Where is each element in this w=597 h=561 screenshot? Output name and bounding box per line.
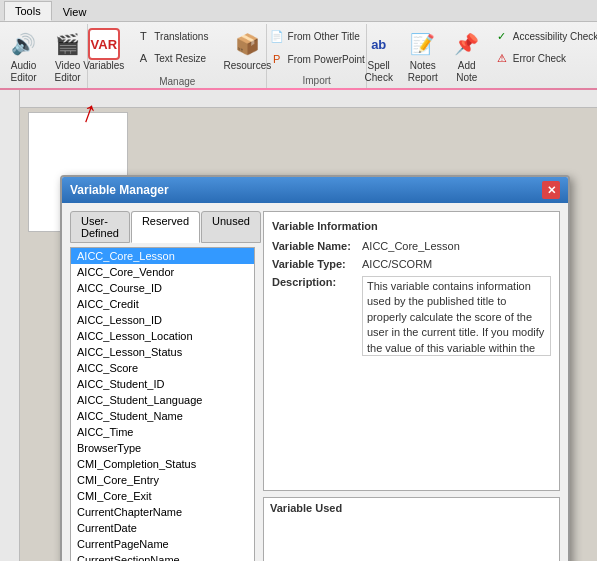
variable-desc-label: Description: [272,276,362,356]
audio-editor-label: AudioEditor [11,60,37,84]
accessibility-check-label: Accessibility Check [513,31,597,42]
tab-reserved[interactable]: Reserved [131,211,200,243]
spell-check-label: SpellCheck [365,60,393,84]
ribbon-group-edit: 🔊 AudioEditor 🎬 VideoEditor Edit [4,24,88,88]
variable-name-row: Variable Name: AICC_Core_Lesson [272,240,551,252]
variable-list[interactable]: AICC_Core_Lesson AICC_Core_Vendor AICC_C… [70,247,255,561]
ribbon-group-review: ab SpellCheck 📝 NotesReport 📌 Add Note ✓… [367,24,593,88]
error-check-label: Error Check [513,53,566,64]
variable-used-section: Variable Used [263,497,560,561]
dialog-close-button[interactable]: ✕ [542,181,560,199]
resources-label: Resources [223,60,271,72]
ribbon-content: 🔊 AudioEditor 🎬 VideoEditor Edit VAR Var… [0,22,597,90]
variables-button[interactable]: VAR Variables [79,26,128,74]
variables-icon: VAR [88,28,120,60]
text-resize-button[interactable]: A Text Resize [132,48,211,68]
from-other-title-button[interactable]: 📄 From Other Title [266,26,368,46]
dialog-body: User-Defined Reserved Unused AICC_Core_L… [62,203,568,561]
dialog-tabs-bar: User-Defined Reserved Unused [70,211,255,243]
variable-type-label: Variable Type: [272,258,362,270]
translations-label: Translations [154,31,208,42]
list-item[interactable]: AICC_Time [71,424,254,440]
right-panel: Variable Information Variable Name: AICC… [263,211,560,561]
variable-info-title: Variable Information [272,220,551,232]
add-note-button[interactable]: 📌 Add Note [447,26,487,86]
list-item[interactable]: CMI_Core_Entry [71,472,254,488]
list-item[interactable]: CurrentChapterName [71,504,254,520]
ribbon-tab-view[interactable]: View [52,2,98,21]
ribbon-tab-tools[interactable]: Tools [4,1,52,21]
list-item[interactable]: AICC_Course_ID [71,280,254,296]
variable-desc-row: Description: This variable contains info… [272,276,551,356]
notes-report-label: NotesReport [408,60,438,84]
add-note-icon: 📌 [451,28,483,60]
variable-info-section: Variable Information Variable Name: AICC… [263,211,560,491]
translations-icon: T [135,28,151,44]
dialog-titlebar: Variable Manager ✕ [62,177,568,203]
from-other-title-label: From Other Title [288,31,360,42]
notes-report-button[interactable]: 📝 NotesReport [403,26,443,86]
spell-check-button[interactable]: ab SpellCheck [359,26,399,86]
list-item[interactable]: AICC_Credit [71,296,254,312]
error-check-button[interactable]: ⚠ Error Check [491,48,597,68]
variable-type-value: AICC/SCORM [362,258,551,270]
list-item[interactable]: CurrentPageName [71,536,254,552]
list-item[interactable]: AICC_Core_Lesson [71,248,254,264]
ribbon-group-import: 📄 From Other Title P From PowerPoint Imp… [267,24,367,88]
spell-check-icon: ab [363,28,395,60]
ribbon: Tools View 🔊 AudioEditor 🎬 VideoEditor E… [0,0,597,90]
import-group-items: 📄 From Other Title P From PowerPoint [266,26,368,73]
background-area: ↑ Variable Manager ✕ User-Defined Reserv… [0,90,597,561]
list-item[interactable]: AICC_Student_ID [71,376,254,392]
list-item[interactable]: AICC_Score [71,360,254,376]
variable-used-label: Variable Used [270,502,553,514]
from-powerpoint-button[interactable]: P From PowerPoint [266,49,368,69]
list-item[interactable]: AICC_Student_Name [71,408,254,424]
from-powerpoint-icon: P [269,51,285,67]
add-note-label: Add Note [451,60,483,84]
list-item[interactable]: BrowserType [71,440,254,456]
ruler-top [20,90,597,108]
manage-group-label: Manage [159,76,195,87]
tab-user-defined[interactable]: User-Defined [70,211,130,243]
dialog-title: Variable Manager [70,183,169,197]
list-item[interactable]: AICC_Lesson_Location [71,328,254,344]
review-group-items: ab SpellCheck 📝 NotesReport 📌 Add Note ✓… [359,26,597,86]
audio-editor-icon: 🔊 [8,28,40,60]
manage-group-items: VAR Variables T Translations A Text Resi… [79,26,275,74]
accessibility-check-button[interactable]: ✓ Accessibility Check [491,26,597,46]
list-item[interactable]: CMI_Core_Exit [71,488,254,504]
variable-manager-dialog: Variable Manager ✕ User-Defined Reserved… [60,175,570,561]
edit-group-items: 🔊 AudioEditor 🎬 VideoEditor [4,26,88,86]
from-other-title-icon: 📄 [269,28,285,44]
tab-unused[interactable]: Unused [201,211,261,243]
variable-type-row: Variable Type: AICC/SCORM [272,258,551,270]
text-resize-icon: A [135,50,151,66]
list-item[interactable]: CurrentSectionName [71,552,254,561]
text-resize-label: Text Resize [154,53,206,64]
from-powerpoint-label: From PowerPoint [288,54,365,65]
audio-editor-button[interactable]: 🔊 AudioEditor [4,26,44,86]
variable-name-value: AICC_Core_Lesson [362,240,551,252]
variables-label: Variables [83,60,124,72]
list-item[interactable]: AICC_Lesson_Status [71,344,254,360]
list-item[interactable]: AICC_Student_Language [71,392,254,408]
variable-name-label: Variable Name: [272,240,362,252]
list-item[interactable]: AICC_Core_Vendor [71,264,254,280]
resources-icon: 📦 [231,28,263,60]
ruler-left [0,90,20,561]
list-item[interactable]: CMI_Completion_Status [71,456,254,472]
left-panel: User-Defined Reserved Unused AICC_Core_L… [70,211,255,561]
variable-desc-value: This variable contains information used … [362,276,551,356]
ribbon-group-manage: VAR Variables T Translations A Text Resi… [88,24,267,88]
notes-report-icon: 📝 [407,28,439,60]
error-check-icon: ⚠ [494,50,510,66]
list-item[interactable]: CurrentDate [71,520,254,536]
translations-button[interactable]: T Translations [132,26,211,46]
list-item[interactable]: AICC_Lesson_ID [71,312,254,328]
ribbon-tab-bar: Tools View [0,0,597,22]
video-editor-label: VideoEditor [55,60,81,84]
import-group-label: Import [303,75,331,86]
accessibility-check-icon: ✓ [494,28,510,44]
